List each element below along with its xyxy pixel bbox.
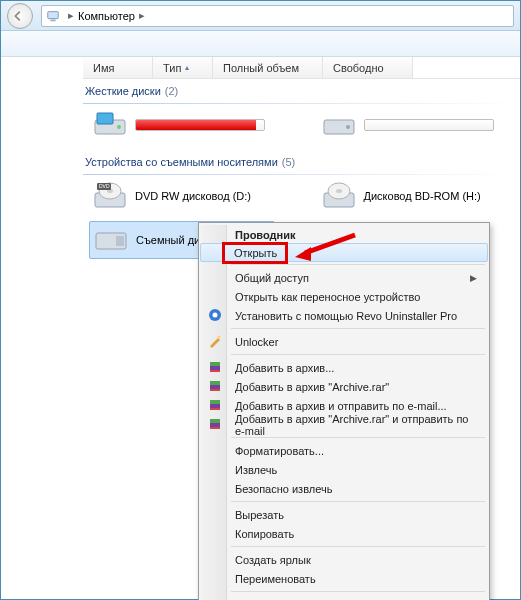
ctx-eject[interactable]: Извлечь — [201, 460, 487, 479]
group-hdd-header[interactable]: Жесткие диски (2) — [83, 79, 520, 101]
svg-rect-31 — [210, 427, 220, 429]
ctx-rename[interactable]: Переименовать — [201, 569, 487, 588]
ctx-sep — [231, 328, 485, 329]
winrar-icon — [207, 359, 223, 375]
removable-row-1: DVD DVD RW дисковод (D:) Дисковод BD-ROM… — [83, 175, 520, 221]
svg-rect-21 — [210, 362, 220, 366]
hdd-drive-2[interactable] — [322, 110, 521, 140]
col-type[interactable]: Тип▴ — [153, 57, 213, 78]
svg-point-19 — [218, 336, 221, 339]
bdrom-label: Дисковод BD-ROM (H:) — [364, 190, 481, 202]
hdd-icon — [93, 110, 127, 140]
svg-rect-27 — [210, 400, 220, 404]
svg-point-18 — [213, 313, 218, 318]
capacity-bar — [364, 119, 494, 131]
dvd-label: DVD RW дисковод (D:) — [135, 190, 251, 202]
svg-point-4 — [117, 125, 121, 129]
winrar-icon — [207, 378, 223, 394]
dvd-drive-icon: DVD — [93, 181, 127, 211]
svg-rect-30 — [210, 419, 220, 423]
ctx-open[interactable]: Открыть — [200, 243, 488, 262]
ctx-sep — [231, 437, 485, 438]
group-hdd-count: (2) — [165, 85, 178, 97]
breadcrumb-computer[interactable]: Компьютер — [78, 10, 135, 22]
column-headers: Имя Тип▴ Полный объем Свободно — [83, 57, 520, 79]
svg-rect-3 — [97, 113, 113, 124]
chevron-right-icon: ▶ — [470, 273, 477, 283]
capacity-fill — [136, 120, 256, 130]
breadcrumb-sep: ▸ — [64, 9, 78, 22]
revo-icon — [207, 307, 223, 323]
svg-rect-24 — [210, 381, 220, 385]
bdrom-drive[interactable]: Дисковод BD-ROM (H:) — [322, 181, 521, 211]
winrar-icon — [207, 416, 223, 432]
wand-icon — [207, 333, 223, 349]
svg-rect-16 — [116, 236, 124, 246]
ctx-open-portable[interactable]: Открыть как переносное устройство — [201, 287, 487, 306]
group-removable-label: Устройства со съемными носителями — [85, 156, 278, 168]
nav-back-button[interactable] — [7, 3, 33, 29]
group-removable-count: (5) — [282, 156, 295, 168]
toolbar — [1, 31, 520, 57]
arrow-left-icon — [11, 9, 25, 23]
address-field[interactable]: ▸ Компьютер ▸ — [41, 5, 514, 27]
ctx-explorer[interactable]: Проводник — [201, 225, 487, 244]
ctx-format[interactable]: Форматировать... — [201, 441, 487, 460]
col-name[interactable]: Имя — [83, 57, 153, 78]
group-hdd-label: Жесткие диски — [85, 85, 161, 97]
ctx-cut[interactable]: Вырезать — [201, 505, 487, 524]
ctx-share[interactable]: Общий доступ▶ — [201, 268, 487, 287]
hdd-icon — [322, 110, 356, 140]
ctx-sep — [231, 591, 485, 592]
context-menu: Проводник Открыть Общий доступ▶ Открыть … — [198, 222, 490, 600]
ctx-shortcut[interactable]: Создать ярлык — [201, 550, 487, 569]
ctx-safe-eject[interactable]: Безопасно извлечь — [201, 479, 487, 498]
breadcrumb-sep: ▸ — [135, 9, 149, 22]
window: ▸ Компьютер ▸ Имя Тип▴ Полный объем Своб… — [0, 0, 521, 600]
hdd-row — [83, 104, 520, 150]
svg-point-6 — [346, 125, 350, 129]
sort-caret-icon: ▴ — [185, 63, 189, 72]
bdrom-drive-icon — [322, 181, 356, 211]
svg-text:DVD: DVD — [99, 183, 110, 189]
ctx-copy[interactable]: Копировать — [201, 524, 487, 543]
group-removable-header[interactable]: Устройства со съемными носителями (5) — [83, 150, 520, 172]
ctx-sep — [231, 264, 485, 265]
dvd-drive[interactable]: DVD DVD RW дисковод (D:) — [93, 181, 292, 211]
svg-rect-22 — [210, 370, 220, 372]
svg-rect-28 — [210, 408, 220, 410]
ctx-add-archive[interactable]: Добавить в архив... — [201, 358, 487, 377]
ctx-unlocker[interactable]: Unlocker — [201, 332, 487, 351]
capacity-bar — [135, 119, 265, 131]
ctx-sep — [231, 354, 485, 355]
ctx-sep — [231, 501, 485, 502]
svg-rect-1 — [50, 19, 55, 21]
ctx-add-rar-email[interactable]: Добавить в архив "Archive.rar" и отправи… — [201, 415, 487, 434]
hdd-drive-1[interactable] — [93, 110, 292, 140]
winrar-icon — [207, 397, 223, 413]
ctx-sep — [231, 546, 485, 547]
address-bar: ▸ Компьютер ▸ — [1, 1, 520, 31]
svg-rect-25 — [210, 389, 220, 391]
ctx-revo[interactable]: Установить с помощью Revo Uninstaller Pr… — [201, 306, 487, 325]
svg-rect-0 — [48, 11, 59, 18]
svg-point-14 — [336, 189, 342, 193]
col-total[interactable]: Полный объем — [213, 57, 323, 78]
computer-icon — [46, 9, 60, 23]
col-free[interactable]: Свободно — [323, 57, 413, 78]
ctx-properties[interactable]: Свойства — [201, 595, 487, 600]
ctx-add-archive-rar[interactable]: Добавить в архив "Archive.rar" — [201, 377, 487, 396]
removable-drive-icon — [94, 227, 128, 253]
